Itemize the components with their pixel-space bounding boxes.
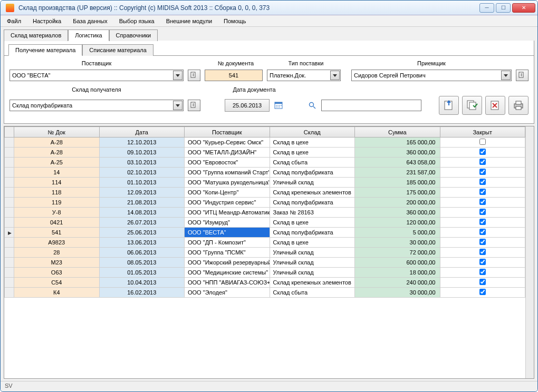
minimize-button[interactable]: ─ xyxy=(479,3,494,13)
delete-button[interactable] xyxy=(485,96,505,115)
tab-materials[interactable]: Склад материалов xyxy=(4,30,68,41)
row-selector[interactable] xyxy=(5,228,14,238)
cell-date: 03.10.2013 xyxy=(99,158,185,168)
table-row[interactable]: А-2809.10.2013ООО "МЕТАЛЛ-ДИЗАЙН"Склад в… xyxy=(5,148,525,158)
menu-settings[interactable]: Настройка xyxy=(30,17,64,25)
row-selector[interactable] xyxy=(5,278,14,288)
table-row[interactable]: А-2503.10.2013ООО "Евровосток"Склад сбыт… xyxy=(5,158,525,168)
cell-supplier: ООО "Ижорский резервуарный завод" xyxy=(185,258,270,268)
print-button[interactable] xyxy=(508,96,529,115)
subtab-receive[interactable]: Получение материала xyxy=(8,44,82,56)
cell-supplier: ООО "Курьер-Сервис Омск" xyxy=(185,138,270,148)
grid-header-sum[interactable]: Сумма xyxy=(355,127,440,138)
dest-wh-dropdown[interactable]: Склад полуфабриката xyxy=(9,100,184,111)
acceptor-dropdown[interactable]: Сидоров Сергей Петрович xyxy=(351,70,512,81)
menu-language[interactable]: Выбор языка xyxy=(116,17,158,25)
docno-input[interactable]: 541 xyxy=(205,70,263,81)
supplier-dropdown[interactable]: ООО "ВЕСТА" xyxy=(9,70,184,81)
search-icon[interactable] xyxy=(308,101,317,110)
row-selector[interactable] xyxy=(5,198,14,208)
vertical-scrollbar[interactable] xyxy=(525,126,534,378)
closed-checkbox[interactable] xyxy=(479,219,486,225)
lookup-icon xyxy=(190,102,198,109)
table-row[interactable]: С5410.04.2013ООО "НПП "АВИАГАЗ-СОЮЗ+"Скл… xyxy=(5,278,525,288)
row-selector[interactable] xyxy=(5,158,14,168)
chevron-down-icon[interactable] xyxy=(501,71,511,80)
calendar-icon[interactable] xyxy=(274,100,283,111)
import-button[interactable] xyxy=(439,96,459,115)
closed-checkbox[interactable] xyxy=(479,169,486,175)
closed-checkbox[interactable] xyxy=(479,239,486,245)
acceptor-lookup-button[interactable] xyxy=(516,70,529,81)
row-selector[interactable] xyxy=(5,188,14,198)
table-row[interactable]: А-2812.10.2013ООО "Курьер-Сервис Омск"Ск… xyxy=(5,138,525,148)
table-row[interactable]: У-814.08.2013ООО "ИТЦ Меандр-Автоматик"З… xyxy=(5,208,525,218)
grid-header-closed[interactable]: Закрыт xyxy=(440,127,525,138)
closed-checkbox[interactable] xyxy=(479,209,486,215)
closed-checkbox[interactable] xyxy=(479,289,486,295)
type-dropdown[interactable]: Платежн.Док. xyxy=(267,70,341,81)
table-row[interactable]: М2308.05.2013ООО "Ижорский резервуарный … xyxy=(5,258,525,268)
batch-button[interactable] xyxy=(462,96,482,115)
row-selector[interactable] xyxy=(5,138,14,148)
table-row[interactable]: 2806.06.2013ООО "Группа "ПСМК"Уличный ск… xyxy=(5,248,525,258)
docdate-button[interactable]: 25.06.2013 xyxy=(225,99,270,112)
menu-external[interactable]: Внешние модули xyxy=(163,17,215,25)
menu-database[interactable]: База данных xyxy=(70,17,111,25)
cell-doc: 114 xyxy=(14,178,100,188)
row-selector[interactable] xyxy=(5,248,14,258)
row-selector[interactable] xyxy=(5,148,14,158)
dest-wh-lookup-button[interactable] xyxy=(188,100,200,111)
table-row[interactable]: 1402.10.2013ООО "Группа компаний Старт"С… xyxy=(5,168,525,178)
closed-checkbox[interactable] xyxy=(479,149,486,155)
closed-checkbox[interactable] xyxy=(479,249,486,255)
grid-header-doc[interactable]: № Док xyxy=(14,127,100,138)
closed-checkbox[interactable] xyxy=(479,259,486,265)
grid-header-selector[interactable] xyxy=(5,127,14,138)
row-selector[interactable] xyxy=(5,208,14,218)
grid-scroll[interactable]: № Док Дата Поставщик Склад Сумма Закрыт … xyxy=(4,126,525,378)
row-selector[interactable] xyxy=(5,168,14,178)
closed-checkbox[interactable] xyxy=(479,269,486,275)
menu-file[interactable]: Файл xyxy=(4,17,24,25)
maximize-button[interactable]: ☐ xyxy=(496,3,511,13)
closed-checkbox[interactable] xyxy=(479,229,486,235)
grid-header-date[interactable]: Дата xyxy=(99,127,185,138)
closed-checkbox[interactable] xyxy=(479,139,486,145)
row-selector[interactable] xyxy=(5,288,14,298)
table-row[interactable]: 54125.06.2013ООО "ВЕСТА"Склад полуфабрик… xyxy=(5,228,525,238)
grid-header-supplier[interactable]: Поставщик xyxy=(185,127,270,138)
search-input[interactable] xyxy=(321,100,421,111)
row-selector[interactable] xyxy=(5,258,14,268)
supplier-lookup-button[interactable] xyxy=(188,70,200,81)
acceptor-label: Приемщик xyxy=(417,60,446,66)
chevron-down-icon[interactable] xyxy=(173,101,182,110)
close-button[interactable]: ✕ xyxy=(512,3,535,13)
table-row[interactable]: А982313.06.2013ООО "ДП - Композит"Склад … xyxy=(5,238,525,248)
closed-checkbox[interactable] xyxy=(479,179,486,185)
tab-logistics[interactable]: Логистика xyxy=(68,30,109,41)
menu-help[interactable]: Помощь xyxy=(220,17,249,25)
closed-checkbox[interactable] xyxy=(479,279,486,285)
grid-header-warehouse[interactable]: Склад xyxy=(270,127,355,138)
type-value: Платежн.Док. xyxy=(270,72,306,79)
row-selector[interactable] xyxy=(5,238,14,248)
cell-doc: 118 xyxy=(14,188,100,198)
table-row[interactable]: 11921.08.2013ООО "Индустрия сервис"Склад… xyxy=(5,198,525,208)
chevron-down-icon[interactable] xyxy=(173,71,182,80)
closed-checkbox[interactable] xyxy=(479,189,486,195)
table-row[interactable]: К416.02.2013ООО "Элодея"Склад сбыта30 00… xyxy=(5,288,525,298)
row-selector[interactable] xyxy=(5,268,14,278)
table-row[interactable]: 042126.07.2013ООО "Изумруд"Склад в цехе1… xyxy=(5,218,525,228)
table-row[interactable]: О6301.05.2013ООО "Медицинские системы"Ул… xyxy=(5,268,525,278)
row-selector[interactable] xyxy=(5,218,14,228)
row-selector[interactable] xyxy=(5,178,14,188)
subtab-writeoff[interactable]: Списание материала xyxy=(82,44,153,56)
docno-label: № документа xyxy=(218,60,254,66)
table-row[interactable]: 11812.09.2013ООО "Копи-Центр"Склад крепе… xyxy=(5,188,525,198)
closed-checkbox[interactable] xyxy=(479,159,486,165)
closed-checkbox[interactable] xyxy=(479,199,486,205)
table-row[interactable]: 11401.10.2013ООО "Матушка рукодельница"У… xyxy=(5,178,525,188)
tab-references[interactable]: Справочники xyxy=(109,30,158,41)
chevron-down-icon[interactable] xyxy=(330,71,340,80)
